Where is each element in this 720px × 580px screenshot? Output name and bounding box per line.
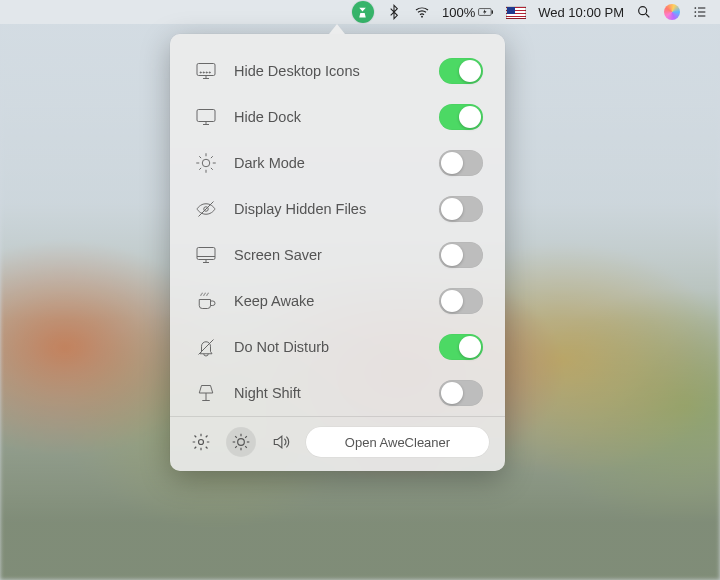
- menubar-siri[interactable]: [658, 0, 686, 24]
- svg-point-40: [199, 440, 204, 445]
- toggle-label: Keep Awake: [234, 293, 425, 309]
- display-icon: [192, 105, 220, 129]
- datetime-text: Wed 10:00 PM: [538, 5, 624, 20]
- svg-point-15: [200, 72, 201, 73]
- svg-point-4: [639, 7, 647, 15]
- flag-us-icon: [506, 6, 526, 19]
- settings-button[interactable]: [186, 427, 216, 457]
- gear-icon: [191, 432, 211, 452]
- svg-rect-12: [197, 64, 215, 76]
- toggle-do-not-disturb[interactable]: [439, 334, 483, 360]
- svg-line-28: [211, 168, 213, 170]
- bell-off-icon: [192, 335, 220, 359]
- menubar-spotlight[interactable]: [630, 0, 658, 24]
- svg-line-30: [211, 156, 213, 158]
- open-app-button[interactable]: Open AweCleaner: [306, 427, 489, 457]
- toggle-row-screen-saver: Screen Saver: [170, 232, 505, 278]
- panel-footer: Open AweCleaner: [170, 416, 505, 471]
- svg-line-29: [199, 168, 201, 170]
- bluetooth-icon: [386, 4, 402, 20]
- menubar-notification-center[interactable]: [686, 0, 714, 24]
- siri-icon: [664, 4, 680, 20]
- eye-off-icon: [192, 197, 220, 221]
- toggle-label: Night Shift: [234, 385, 425, 401]
- svg-point-17: [206, 72, 207, 73]
- toggle-dark-mode[interactable]: [439, 150, 483, 176]
- toggle-row-hide-dock: Hide Dock: [170, 94, 505, 140]
- svg-line-46: [235, 436, 237, 438]
- toggle-label: Display Hidden Files: [234, 201, 425, 217]
- menubar-bluetooth[interactable]: [380, 0, 408, 24]
- quick-toggles-panel: Hide Desktop Icons Hide Dock Dark Mode D…: [170, 34, 505, 471]
- svg-line-47: [245, 446, 247, 448]
- svg-point-22: [202, 159, 210, 167]
- menubar-input-source[interactable]: [500, 0, 532, 24]
- svg-rect-19: [197, 110, 215, 122]
- toggle-keep-awake[interactable]: [439, 288, 483, 314]
- menubar-datetime[interactable]: Wed 10:00 PM: [532, 0, 630, 24]
- wifi-icon: [414, 4, 430, 20]
- svg-line-5: [646, 14, 649, 17]
- svg-line-49: [245, 436, 247, 438]
- toggle-row-hide-desktop-icons: Hide Desktop Icons: [170, 48, 505, 94]
- toggle-label: Hide Dock: [234, 109, 425, 125]
- toggle-label: Dark Mode: [234, 155, 425, 171]
- menubar-app-indicator[interactable]: [346, 0, 380, 24]
- display-band-icon: [192, 243, 220, 267]
- toggle-hide-desktop-icons[interactable]: [439, 58, 483, 84]
- toggle-row-night-shift: Night Shift: [170, 370, 505, 416]
- toggle-row-keep-awake: Keep Awake: [170, 278, 505, 324]
- svg-point-41: [238, 439, 245, 446]
- svg-line-48: [235, 446, 237, 448]
- menubar: 100% Wed 10:00 PM: [0, 0, 720, 24]
- volume-icon: [271, 432, 291, 452]
- toggle-night-shift[interactable]: [439, 380, 483, 406]
- toggle-label: Do Not Disturb: [234, 339, 425, 355]
- menubar-wifi[interactable]: [408, 0, 436, 24]
- svg-line-27: [199, 156, 201, 158]
- svg-rect-2: [492, 10, 493, 13]
- list-icon: [692, 4, 708, 20]
- toggle-row-dark-mode: Dark Mode: [170, 140, 505, 186]
- brightness-button[interactable]: [226, 427, 256, 457]
- battery-percent: 100%: [442, 5, 475, 20]
- svg-point-16: [203, 72, 204, 73]
- svg-point-6: [694, 7, 696, 9]
- coffee-icon: [192, 289, 220, 313]
- toggle-label: Hide Desktop Icons: [234, 63, 425, 79]
- menubar-battery[interactable]: 100%: [436, 0, 500, 24]
- sweep-icon: [356, 6, 369, 19]
- svg-point-8: [694, 11, 696, 13]
- toggle-screen-saver[interactable]: [439, 242, 483, 268]
- svg-marker-3: [483, 9, 486, 15]
- toggle-hide-dock[interactable]: [439, 104, 483, 130]
- toggle-hidden-files[interactable]: [439, 196, 483, 222]
- search-icon: [636, 4, 652, 20]
- toggle-row-do-not-disturb: Do Not Disturb: [170, 324, 505, 370]
- svg-point-0: [421, 16, 423, 18]
- app-status-icon: [352, 1, 374, 23]
- desktop-icons-icon: [192, 59, 220, 83]
- svg-rect-33: [197, 248, 215, 260]
- sun-icon: [192, 151, 220, 175]
- lamp-icon: [192, 381, 220, 405]
- battery-icon: [478, 4, 494, 20]
- svg-point-18: [209, 72, 210, 73]
- toggle-label: Screen Saver: [234, 247, 425, 263]
- volume-button[interactable]: [266, 427, 296, 457]
- toggle-row-hidden-files: Display Hidden Files: [170, 186, 505, 232]
- brightness-icon: [231, 432, 251, 452]
- svg-point-10: [694, 15, 696, 17]
